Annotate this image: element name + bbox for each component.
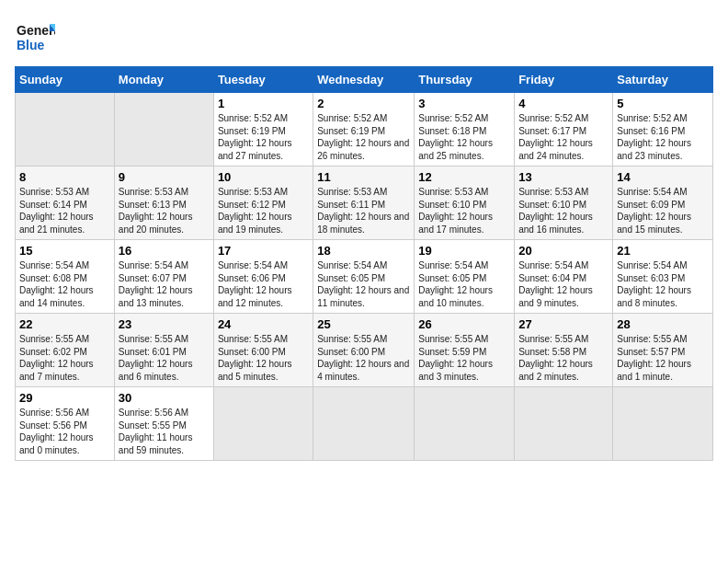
day-info: Sunrise: 5:54 AMSunset: 6:07 PMDaylight:… [119, 259, 210, 309]
day-number: 2 [317, 97, 410, 110]
page-header: General Blue [15, 15, 713, 57]
calendar-day-cell [313, 387, 415, 461]
calendar-day-cell: 29Sunrise: 5:56 AMSunset: 5:56 PMDayligh… [16, 387, 115, 461]
day-info: Sunrise: 5:55 AMSunset: 6:00 PMDaylight:… [218, 333, 309, 383]
day-info: Sunrise: 5:52 AMSunset: 6:18 PMDaylight:… [418, 112, 510, 162]
day-info: Sunrise: 5:52 AMSunset: 6:17 PMDaylight:… [518, 112, 609, 162]
calendar-day-cell: 1Sunrise: 5:52 AMSunset: 6:19 PMDaylight… [213, 93, 313, 167]
calendar-day-cell [515, 387, 613, 461]
day-number: 26 [418, 317, 510, 331]
day-number: 10 [218, 170, 309, 184]
day-info: Sunrise: 5:55 AMSunset: 6:01 PMDaylight:… [119, 333, 210, 383]
day-number: 17 [218, 244, 309, 258]
day-number: 20 [518, 244, 609, 258]
calendar-day-cell [16, 93, 115, 167]
day-info: Sunrise: 5:55 AMSunset: 6:02 PMDaylight:… [19, 333, 110, 383]
calendar-day-cell: 26Sunrise: 5:55 AMSunset: 5:59 PMDayligh… [415, 314, 515, 387]
day-info: Sunrise: 5:56 AMSunset: 5:55 PMDaylight:… [119, 407, 210, 456]
calendar-day-cell: 4Sunrise: 5:52 AMSunset: 6:17 PMDaylight… [515, 93, 613, 167]
day-number: 15 [19, 244, 110, 258]
calendar-day-cell: 19Sunrise: 5:54 AMSunset: 6:05 PMDayligh… [415, 240, 515, 314]
calendar-day-cell: 9Sunrise: 5:53 AMSunset: 6:13 PMDaylight… [114, 167, 213, 240]
day-number: 18 [317, 244, 410, 258]
day-of-week-header: Monday [114, 67, 213, 93]
day-of-week-header: Friday [515, 67, 613, 93]
day-number: 30 [119, 391, 210, 405]
calendar-week-row: 15Sunrise: 5:54 AMSunset: 6:08 PMDayligh… [16, 240, 713, 314]
day-number: 21 [617, 244, 709, 258]
calendar-day-cell: 22Sunrise: 5:55 AMSunset: 6:02 PMDayligh… [16, 314, 115, 387]
calendar-day-cell: 11Sunrise: 5:53 AMSunset: 6:11 PMDayligh… [313, 167, 415, 240]
day-info: Sunrise: 5:53 AMSunset: 6:12 PMDaylight:… [218, 186, 309, 236]
day-info: Sunrise: 5:53 AMSunset: 6:10 PMDaylight:… [418, 186, 510, 236]
day-of-week-header: Saturday [613, 67, 713, 93]
svg-text:Blue: Blue [17, 38, 45, 52]
day-number: 19 [418, 244, 510, 258]
calendar-day-cell: 2Sunrise: 5:52 AMSunset: 6:19 PMDaylight… [313, 93, 415, 167]
day-info: Sunrise: 5:54 AMSunset: 6:05 PMDaylight:… [418, 259, 510, 309]
calendar-day-cell: 15Sunrise: 5:54 AMSunset: 6:08 PMDayligh… [16, 240, 115, 314]
calendar-day-cell [613, 387, 713, 461]
calendar-week-row: 22Sunrise: 5:55 AMSunset: 6:02 PMDayligh… [16, 314, 713, 387]
calendar-day-cell [213, 387, 313, 461]
calendar-day-cell: 5Sunrise: 5:52 AMSunset: 6:16 PMDaylight… [613, 93, 713, 167]
calendar-day-cell [415, 387, 515, 461]
calendar-day-cell: 12Sunrise: 5:53 AMSunset: 6:10 PMDayligh… [415, 167, 515, 240]
calendar-week-row: 1Sunrise: 5:52 AMSunset: 6:19 PMDaylight… [16, 93, 713, 167]
day-info: Sunrise: 5:54 AMSunset: 6:03 PMDaylight:… [617, 259, 709, 309]
logo-icon: General Blue [15, 17, 55, 57]
calendar-day-cell: 23Sunrise: 5:55 AMSunset: 6:01 PMDayligh… [114, 314, 213, 387]
day-info: Sunrise: 5:53 AMSunset: 6:13 PMDaylight:… [119, 186, 210, 236]
calendar-day-cell: 13Sunrise: 5:53 AMSunset: 6:10 PMDayligh… [515, 167, 613, 240]
day-info: Sunrise: 5:52 AMSunset: 6:19 PMDaylight:… [317, 112, 410, 162]
day-number: 9 [119, 170, 210, 184]
day-number: 22 [19, 317, 110, 331]
day-number: 8 [19, 170, 110, 184]
day-info: Sunrise: 5:55 AMSunset: 5:58 PMDaylight:… [518, 333, 609, 383]
calendar-day-cell: 21Sunrise: 5:54 AMSunset: 6:03 PMDayligh… [613, 240, 713, 314]
day-info: Sunrise: 5:52 AMSunset: 6:16 PMDaylight:… [617, 112, 709, 162]
calendar-day-cell: 10Sunrise: 5:53 AMSunset: 6:12 PMDayligh… [213, 167, 313, 240]
day-info: Sunrise: 5:53 AMSunset: 6:11 PMDaylight:… [317, 186, 410, 236]
day-number: 14 [617, 170, 709, 184]
day-number: 5 [617, 97, 709, 110]
day-of-week-header: Thursday [415, 67, 515, 93]
day-info: Sunrise: 5:55 AMSunset: 5:57 PMDaylight:… [617, 333, 709, 383]
day-number: 1 [218, 97, 309, 110]
calendar-day-cell: 28Sunrise: 5:55 AMSunset: 5:57 PMDayligh… [613, 314, 713, 387]
day-info: Sunrise: 5:54 AMSunset: 6:05 PMDaylight:… [317, 259, 410, 309]
svg-text:General: General [17, 23, 55, 38]
calendar-day-cell: 3Sunrise: 5:52 AMSunset: 6:18 PMDaylight… [415, 93, 515, 167]
day-info: Sunrise: 5:53 AMSunset: 6:14 PMDaylight:… [19, 186, 110, 236]
day-info: Sunrise: 5:54 AMSunset: 6:04 PMDaylight:… [518, 259, 609, 309]
calendar-day-cell [114, 93, 213, 167]
day-number: 28 [617, 317, 709, 331]
day-info: Sunrise: 5:54 AMSunset: 6:09 PMDaylight:… [617, 186, 709, 236]
logo: General Blue [15, 15, 55, 57]
day-number: 12 [418, 170, 510, 184]
calendar-table: SundayMondayTuesdayWednesdayThursdayFrid… [15, 66, 713, 461]
calendar-day-cell: 20Sunrise: 5:54 AMSunset: 6:04 PMDayligh… [515, 240, 613, 314]
day-info: Sunrise: 5:53 AMSunset: 6:10 PMDaylight:… [518, 186, 609, 236]
day-number: 11 [317, 170, 410, 184]
day-number: 29 [19, 391, 110, 405]
day-number: 4 [518, 97, 609, 110]
calendar-day-cell: 25Sunrise: 5:55 AMSunset: 6:00 PMDayligh… [313, 314, 415, 387]
day-number: 13 [518, 170, 609, 184]
calendar-day-cell: 30Sunrise: 5:56 AMSunset: 5:55 PMDayligh… [114, 387, 213, 461]
day-number: 27 [518, 317, 609, 331]
day-of-week-header: Tuesday [213, 67, 313, 93]
calendar-day-cell: 8Sunrise: 5:53 AMSunset: 6:14 PMDaylight… [16, 167, 115, 240]
calendar-week-row: 8Sunrise: 5:53 AMSunset: 6:14 PMDaylight… [16, 167, 713, 240]
day-info: Sunrise: 5:55 AMSunset: 6:00 PMDaylight:… [317, 333, 410, 383]
day-info: Sunrise: 5:54 AMSunset: 6:08 PMDaylight:… [19, 259, 110, 309]
day-info: Sunrise: 5:54 AMSunset: 6:06 PMDaylight:… [218, 259, 309, 309]
calendar-week-row: 29Sunrise: 5:56 AMSunset: 5:56 PMDayligh… [16, 387, 713, 461]
day-number: 16 [119, 244, 210, 258]
calendar-header-row: SundayMondayTuesdayWednesdayThursdayFrid… [16, 67, 713, 93]
calendar-day-cell: 24Sunrise: 5:55 AMSunset: 6:00 PMDayligh… [213, 314, 313, 387]
day-number: 24 [218, 317, 309, 331]
day-info: Sunrise: 5:55 AMSunset: 5:59 PMDaylight:… [418, 333, 510, 383]
calendar-body: 1Sunrise: 5:52 AMSunset: 6:19 PMDaylight… [16, 93, 713, 461]
day-of-week-header: Wednesday [313, 67, 415, 93]
